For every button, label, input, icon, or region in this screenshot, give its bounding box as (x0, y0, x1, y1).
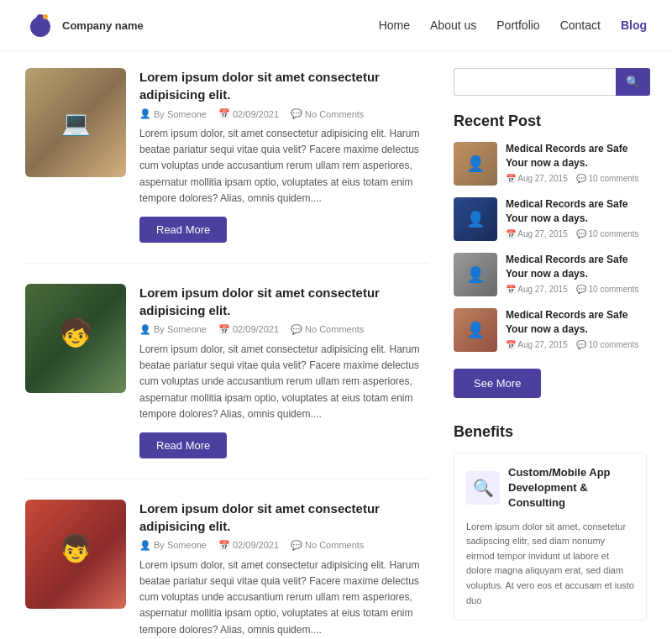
comments: 💬 No Comments (291, 324, 364, 335)
recent-post-thumbnail (454, 308, 497, 352)
article-thumbnail (25, 68, 126, 177)
recent-post-thumbnail (454, 142, 497, 186)
recent-date: 📅 Aug 27, 2015 (506, 229, 568, 238)
nav-portfolio[interactable]: Portfolio (496, 18, 539, 32)
recent-date: 📅 Aug 27, 2015 (506, 340, 568, 349)
recent-post-info: Medical Records are Safe Your now a days… (506, 308, 647, 349)
recent-date: 📅 Aug 27, 2015 (506, 285, 568, 294)
article-body: Lorem ipsum dolor sit amet consectetur a… (139, 68, 428, 243)
recent-post-thumbnail (454, 197, 497, 241)
article-title: Lorem ipsum dolor sit amet consectetur a… (139, 500, 428, 535)
recent-post-info: Medical Records are Safe Your now a days… (506, 142, 647, 183)
recent-post-item: Medical Records are Safe Your now a days… (454, 142, 647, 186)
benefit-icon: 🔍 (466, 471, 500, 505)
article-excerpt: Lorem ipsum dolor, sit amet consectetur … (139, 342, 428, 422)
read-more-button-2[interactable]: Read More (139, 432, 227, 458)
article-thumbnail (25, 284, 126, 393)
recent-post-info: Medical Records are Safe Your now a days… (506, 197, 647, 238)
recent-posts-title: Recent Post (454, 113, 647, 130)
search-mobile-icon: 🔍 (473, 478, 494, 498)
search-button[interactable]: 🔍 (616, 68, 650, 96)
article-meta: 👤 By Someone 📅 02/09/2021 💬 No Comments (139, 540, 428, 551)
benefit-header: 🔍 Custom/Mobile App Development & Consul… (466, 465, 634, 511)
logo-icon (25, 10, 55, 40)
comments: 💬 No Comments (291, 108, 364, 119)
main-content: Lorem ipsum dolor sit amet consectetur a… (25, 68, 428, 639)
sidebar: 🔍 Recent Post Medical Records are Safe Y… (454, 68, 647, 639)
nav-home[interactable]: Home (379, 18, 410, 32)
recent-post-item: Medical Records are Safe Your now a days… (454, 308, 647, 352)
svg-point-2 (43, 14, 48, 19)
benefit-card-title: Custom/Mobile App Development & Consulti… (508, 465, 634, 511)
benefits-title: Benefits (454, 423, 647, 441)
author: 👤 By Someone (139, 540, 207, 551)
recent-post-title: Medical Records are Safe Your now a days… (506, 308, 647, 337)
date: 📅 02/09/2021 (218, 324, 279, 335)
recent-post-title: Medical Records are Safe Your now a days… (506, 142, 647, 170)
see-more-button[interactable]: See More (454, 369, 541, 398)
benefit-text: Lorem ipsum dolor sit amet, consetetur s… (466, 520, 634, 609)
article-excerpt: Lorem ipsum dolor, sit amet consectetur … (139, 558, 428, 638)
page-container: Lorem ipsum dolor sit amet consectetur a… (0, 51, 672, 639)
recent-post-title: Medical Records are Safe Your now a days… (506, 253, 647, 281)
recent-comments: 💬 10 comments (576, 340, 639, 349)
recent-post-item: Medical Records are Safe Your now a days… (454, 197, 647, 241)
recent-post-thumbnail (454, 253, 497, 296)
article-meta: 👤 By Someone 📅 02/09/2021 💬 No Comments (139, 324, 428, 335)
article-title: Lorem ipsum dolor sit amet consectetur a… (139, 68, 428, 103)
article-card: Lorem ipsum dolor sit amet consectetur a… (25, 500, 428, 639)
recent-post-info: Medical Records are Safe Your now a days… (506, 253, 647, 294)
article-body: Lorem ipsum dolor sit amet consectetur a… (139, 284, 428, 458)
nav-contact[interactable]: Contact (560, 18, 601, 32)
logo-text: Company name (62, 19, 144, 32)
recent-post-item: Medical Records are Safe Your now a days… (454, 253, 647, 296)
recent-post-title: Medical Records are Safe Your now a days… (506, 197, 647, 226)
author: 👤 By Someone (139, 324, 207, 335)
article-title: Lorem ipsum dolor sit amet consectetur a… (139, 284, 428, 319)
recent-comments: 💬 10 comments (576, 285, 639, 294)
navbar: Company name Home About us Portfolio Con… (0, 0, 672, 51)
logo: Company name (25, 10, 144, 40)
read-more-button-1[interactable]: Read More (139, 217, 227, 243)
search-icon: 🔍 (626, 76, 640, 88)
recent-comments: 💬 10 comments (576, 229, 639, 238)
article-card: Lorem ipsum dolor sit amet consectetur a… (25, 68, 428, 264)
search-bar: 🔍 (454, 68, 647, 96)
nav-about[interactable]: About us (430, 18, 476, 32)
recent-date: 📅 Aug 27, 2015 (506, 174, 568, 183)
date: 📅 02/09/2021 (218, 540, 279, 551)
article-thumbnail (25, 500, 126, 609)
article-excerpt: Lorem ipsum dolor, sit amet consectetur … (139, 126, 428, 207)
author: 👤 By Someone (139, 108, 207, 119)
recent-post-meta: 📅 Aug 27, 2015 💬 10 comments (506, 229, 647, 238)
article-meta: 👤 By Someone 📅 02/09/2021 💬 No Comments (139, 108, 428, 119)
benefit-card: 🔍 Custom/Mobile App Development & Consul… (454, 453, 647, 621)
recent-comments: 💬 10 comments (576, 174, 639, 183)
recent-post-meta: 📅 Aug 27, 2015 💬 10 comments (506, 340, 647, 349)
nav-links: Home About us Portfolio Contact Blog (379, 18, 647, 32)
search-input[interactable] (454, 68, 616, 96)
article-body: Lorem ipsum dolor sit amet consectetur a… (139, 500, 428, 639)
comments: 💬 No Comments (291, 540, 364, 551)
article-card: Lorem ipsum dolor sit amet consectetur a… (25, 284, 428, 479)
recent-post-meta: 📅 Aug 27, 2015 💬 10 comments (506, 174, 647, 183)
date: 📅 02/09/2021 (218, 108, 279, 119)
recent-post-meta: 📅 Aug 27, 2015 💬 10 comments (506, 285, 647, 294)
nav-blog[interactable]: Blog (621, 18, 647, 32)
